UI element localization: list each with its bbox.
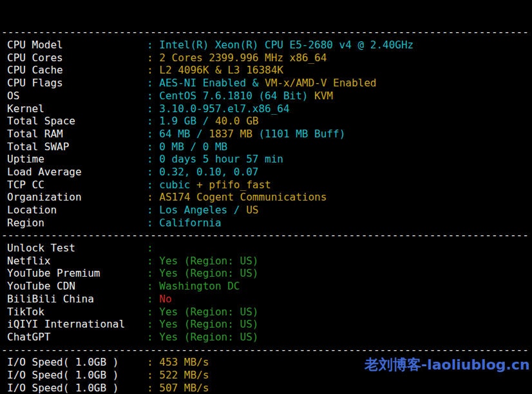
row-value-segment: : 522 MB/s: [147, 369, 209, 381]
row-value-segment: : 453 MB/s: [147, 356, 209, 368]
row-value-segment: : Yes (Region: US): [147, 318, 258, 330]
row-label: Total Space: [1, 115, 147, 128]
row-value-segment: : Washington DC: [147, 280, 240, 292]
row-value-segment: : CentOS 7.6.1810 (64 Bit): [147, 90, 314, 102]
row-label: Kernel: [1, 103, 147, 115]
row-value-segment: : 507 MB/s: [147, 382, 209, 394]
row-label: Load Average: [1, 166, 147, 179]
row-label: ChatGPT: [1, 331, 147, 344]
separator-line: ----------------------------------------…: [1, 344, 532, 357]
output-row: Load Average: 0.32, 0.10, 0.07: [1, 166, 532, 179]
output-row: Netflix: Yes (Region: US): [1, 255, 532, 268]
output-row: Total RAM: 64 MB / 1837 MB (1101 MB Buff…: [1, 128, 532, 141]
row-value-segment: : California: [147, 217, 222, 229]
row-value-segment: 1837 MB: [209, 128, 252, 140]
row-value-segment: : 3.10.0-957.el7.x86_64: [147, 103, 290, 115]
blog-watermark: 老刘博客-laoliublog.cn: [365, 355, 530, 375]
row-value-segment: 40.0 GB: [215, 115, 258, 127]
row-label: TCP CC: [1, 179, 147, 192]
row-value-segment: KVM: [314, 90, 333, 102]
row-value-segment: : AES-NI Enabled &: [147, 77, 265, 89]
row-value-segment: US: [246, 204, 258, 216]
separator-line: ----------------------------------------…: [1, 26, 532, 39]
row-label: Location: [1, 204, 147, 217]
row-label: Netflix: [1, 255, 147, 268]
row-value-segment: : AS174 Cogent Communications: [147, 191, 327, 203]
row-value-segment: : Yes (Region: US): [147, 306, 258, 318]
output-row: CPU Cores: 2 Cores 2399.996 MHz x86_64: [1, 52, 532, 64]
terminal-screen[interactable]: ----------------------------------------…: [0, 0, 532, 394]
row-value-segment: : 2 Cores 2399.996 MHz x86_64: [147, 52, 327, 64]
row-value-segment: : cubic: [147, 179, 190, 191]
output-row: Unlock Test:: [1, 242, 532, 255]
output-row: iQIYI International: Yes (Region: US): [1, 318, 532, 331]
row-value-segment: : Yes (Region: US): [147, 267, 258, 279]
row-label: OS: [1, 90, 147, 103]
row-label: Unlock Test: [1, 242, 147, 255]
output-row: CPU Cache: L2 4096K & L3 16384K: [1, 64, 532, 77]
output-row: Kernel: 3.10.0-957.el7.x86_64: [1, 103, 532, 115]
output-row: TCP CC: cubic + pfifo_fast: [1, 179, 532, 192]
row-value-segment: : 0 days 5 hour 57 min: [147, 153, 283, 165]
row-value-segment: : 64 MB /: [147, 128, 209, 140]
row-label: iQIYI International: [1, 318, 147, 331]
output-row: OS: CentOS 7.6.1810 (64 Bit) KVM: [1, 90, 532, 103]
row-label: CPU Cores: [1, 52, 147, 64]
row-value-segment: :: [147, 242, 153, 254]
row-label: Organization: [1, 191, 147, 204]
row-value-segment: VM-x/AMD-V Enabled: [265, 77, 376, 89]
output-row: Total SWAP: 0 MB / 0 MB: [1, 141, 532, 153]
row-label: YouTube Premium: [1, 267, 147, 280]
row-value-segment: : L2 4096K & L3 16384K: [147, 64, 283, 76]
output-row: Total Space: 1.9 GB / 40.0 GB: [1, 115, 532, 128]
output-row: ChatGPT: Yes (Region: US): [1, 331, 532, 344]
row-label: I/O Speed( 1.0GB ): [1, 356, 147, 369]
row-label: Uptime: [1, 153, 147, 166]
row-value-segment: No: [159, 293, 171, 305]
row-value-segment: : 0 MB / 0 MB: [147, 141, 227, 153]
output-row: Organization: AS174 Cogent Communication…: [1, 191, 532, 204]
row-value-segment: : 1.9 GB /: [147, 115, 215, 127]
row-value-segment: : Yes (Region: US): [147, 331, 258, 343]
row-label: CPU Model: [1, 39, 147, 52]
row-label: YouTube CDN: [1, 280, 147, 293]
row-value-segment: + pfifo_fast: [190, 179, 271, 191]
row-label: I/O Speed( 1.0GB ): [1, 369, 147, 382]
output-row: YouTube CDN: Washington DC: [1, 280, 532, 293]
output-row: CPU Model: Intel(R) Xeon(R) CPU E5-2680 …: [1, 39, 532, 52]
row-value-segment: (1101 MB Buff): [252, 128, 346, 140]
output-row: Uptime: 0 days 5 hour 57 min: [1, 153, 532, 166]
row-label: CPU Flags: [1, 77, 147, 90]
row-label: Region: [1, 217, 147, 230]
row-value-segment: :: [147, 293, 159, 305]
output-row: Location: Los Angeles / US: [1, 204, 532, 217]
terminal-output: ----------------------------------------…: [1, 26, 532, 394]
row-label: TikTok: [1, 306, 147, 319]
row-label: I/O Speed( 1.0GB ): [1, 382, 147, 394]
row-label: CPU Cache: [1, 64, 147, 77]
row-label: Total SWAP: [1, 141, 147, 153]
output-row: Region: California: [1, 217, 532, 230]
row-label: BiliBili China: [1, 293, 147, 306]
separator-line: ----------------------------------------…: [1, 229, 532, 242]
row-value-segment: : Intel(R) Xeon(R) CPU E5-2680 v4 @ 2.40…: [147, 39, 413, 51]
output-row: BiliBili China: No: [1, 293, 532, 306]
row-value-segment: : Los Angeles /: [147, 204, 246, 216]
output-row: TikTok: Yes (Region: US): [1, 306, 532, 319]
row-value-segment: : Yes (Region: US): [147, 255, 258, 267]
row-value-segment: : 0.32, 0.10, 0.07: [147, 166, 258, 178]
output-row: I/O Speed( 1.0GB ): 507 MB/s: [1, 382, 532, 394]
row-label: Total RAM: [1, 128, 147, 141]
output-row: YouTube Premium: Yes (Region: US): [1, 267, 532, 280]
output-row: CPU Flags: AES-NI Enabled & VM-x/AMD-V E…: [1, 77, 532, 90]
